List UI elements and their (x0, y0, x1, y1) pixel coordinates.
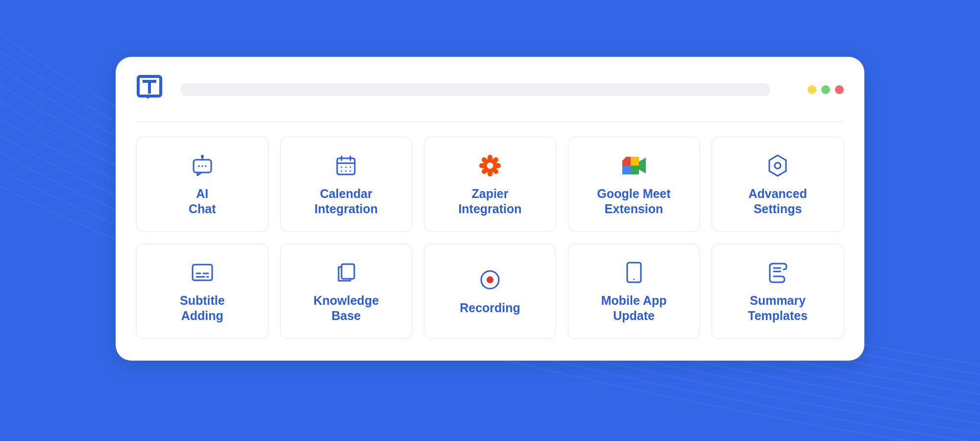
svg-rect-24 (631, 157, 639, 166)
tablet-icon (625, 259, 643, 286)
svg-point-32 (633, 278, 635, 280)
card-mobile-app-update[interactable]: Mobile App Update (568, 244, 700, 339)
svg-point-5 (205, 165, 207, 167)
app-window: AI Chat Calendar Integration (116, 57, 864, 361)
svg-point-8 (345, 166, 347, 168)
close-button[interactable] (835, 85, 844, 94)
card-label: Recording (460, 300, 520, 316)
card-label: Calendar Integration (315, 186, 378, 217)
google-meet-icon (621, 152, 647, 179)
app-logo (136, 74, 163, 105)
settings-hex-icon (766, 152, 789, 179)
card-label: Zapier Integration (458, 186, 521, 217)
card-recording[interactable]: Recording (424, 244, 556, 339)
card-knowledge-base[interactable]: Knowledge Base (280, 244, 413, 339)
svg-rect-27 (193, 265, 212, 280)
divider (136, 122, 844, 122)
search-input[interactable] (180, 83, 770, 96)
svg-rect-25 (631, 166, 639, 174)
svg-point-12 (350, 170, 351, 172)
card-advanced-settings[interactable]: Advanced Settings (711, 137, 844, 232)
ai-chat-icon (191, 152, 214, 179)
window-controls (808, 85, 844, 94)
card-summary-templates[interactable]: Summary Templates (711, 244, 844, 339)
subtitle-icon (191, 259, 214, 286)
card-label: Mobile App Update (601, 293, 667, 324)
svg-point-11 (345, 170, 347, 172)
card-label: AI Chat (189, 186, 216, 217)
card-subtitle-adding[interactable]: Subtitle Adding (136, 244, 269, 339)
topbar (136, 74, 844, 105)
knowledge-base-icon (335, 259, 357, 286)
card-label: Knowledge Base (314, 293, 379, 324)
minimize-button[interactable] (808, 85, 816, 94)
template-scroll-icon (767, 259, 788, 286)
svg-rect-23 (622, 166, 631, 174)
zapier-icon (478, 152, 502, 179)
card-google-meet-extension[interactable]: Google Meet Extension (568, 137, 700, 232)
svg-point-2 (201, 155, 203, 157)
card-label: Summary Templates (748, 293, 808, 324)
card-label: Google Meet Extension (597, 186, 671, 217)
svg-point-7 (341, 166, 343, 168)
card-label: Advanced Settings (748, 186, 807, 217)
svg-point-10 (341, 170, 343, 172)
feature-grid: AI Chat Calendar Integration (136, 137, 844, 339)
svg-point-3 (198, 165, 200, 167)
calendar-icon (335, 152, 357, 179)
card-calendar-integration[interactable]: Calendar Integration (280, 137, 413, 232)
svg-point-30 (487, 276, 493, 283)
svg-rect-28 (342, 264, 354, 279)
card-zapier-integration[interactable]: Zapier Integration (424, 137, 556, 232)
card-ai-chat[interactable]: AI Chat (136, 137, 269, 232)
svg-point-26 (775, 163, 781, 169)
card-label: Subtitle Adding (180, 293, 225, 324)
svg-point-4 (201, 165, 203, 167)
maximize-button[interactable] (821, 85, 830, 94)
record-icon (479, 266, 501, 294)
svg-point-9 (350, 166, 351, 168)
